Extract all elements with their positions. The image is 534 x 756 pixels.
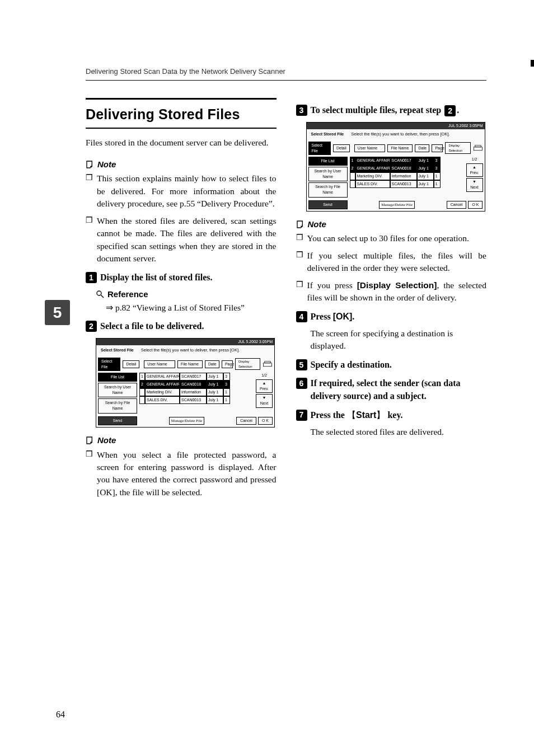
ss-send-button[interactable]: Send — [308, 200, 348, 209]
note-heading: Note — [296, 218, 487, 231]
note-item: You can select up to 30 files for one op… — [296, 232, 487, 245]
ss-display-selection[interactable]: Display Selection — [235, 358, 260, 370]
scanner-icon — [263, 359, 273, 369]
section-title: Delivering Stored Files — [86, 98, 277, 129]
ss-prev-button[interactable]: ▲ Prev. — [256, 379, 273, 393]
ss-header-file: File Name — [387, 144, 413, 152]
ui-label-ok: [OK] — [333, 312, 353, 321]
note-label: Note — [97, 158, 116, 171]
ss-manage-button[interactable]: Manage/Delete File — [379, 201, 414, 209]
ss-ok-button[interactable]: O K — [258, 417, 273, 425]
step-text: Press [OK]. — [311, 310, 487, 323]
ss-next-button[interactable]: ▼ Next — [466, 178, 483, 191]
scanner-icon — [473, 143, 483, 153]
ss-page-count: 1/2 — [261, 373, 267, 378]
ss-search-user-button[interactable]: Search by User Name — [98, 383, 137, 397]
step-6: 6 If required, select the sender (scan d… — [296, 377, 487, 402]
left-column: Delivering Stored Files Files stored in … — [86, 98, 277, 504]
ss-header-user: User Name — [144, 360, 175, 368]
ss-tab-select[interactable]: Select File — [98, 358, 120, 371]
step-text: To select multiple files, repeat step 2. — [311, 104, 487, 116]
step-7: 7 Press the Start key. — [296, 408, 487, 421]
ss-cancel-button[interactable]: Cancel — [236, 417, 256, 425]
ss-row[interactable]: Marketing DIV. Information July 1 1 — [350, 172, 464, 180]
step-number: 6 — [296, 378, 307, 389]
ss-tab-detail[interactable]: Detail — [123, 360, 139, 368]
ss-row[interactable]: 1 GENERAL AFFAIRS SCAN0017 July 1 3 — [139, 373, 254, 381]
ss-prev-button[interactable]: ▲ Prev. — [466, 163, 483, 177]
ss-search-user-button[interactable]: Search by User Name — [308, 167, 348, 181]
ss-cancel-button[interactable]: Cancel — [447, 201, 467, 209]
ss-row-selected[interactable]: 2 GENERAL AFFAIRS SCAN0018 July 1 3 — [350, 165, 464, 172]
running-head: Delivering Stored Scan Data by the Netwo… — [86, 67, 285, 76]
step-3: 3 To select multiple files, repeat step … — [296, 104, 487, 116]
svg-rect-3 — [474, 147, 482, 151]
ss-title: Select Stored File — [308, 131, 347, 138]
ss-header-date: Date — [415, 144, 429, 152]
step-7-body: The selected stored files are delivered. — [311, 426, 487, 438]
ss-file-list-button[interactable]: File List — [308, 157, 348, 166]
ss-header-user: User Name — [354, 144, 386, 152]
ss-header-page: Page — [432, 144, 443, 152]
ss-row-selected[interactable]: 1 GENERAL AFFAIRS SCAN0017 July 1 3 — [350, 157, 464, 165]
note-icon — [86, 160, 95, 169]
step-1: 1 Display the list of stored files. — [86, 271, 277, 284]
ss-page-count: 1/2 — [472, 157, 477, 162]
ss-search-file-button[interactable]: Search by File Name — [98, 398, 137, 413]
ss-next-button[interactable]: ▼ Next — [256, 394, 273, 407]
reference-heading: Reference — [96, 288, 277, 300]
ss-ok-button[interactable]: O K — [468, 201, 483, 209]
note-item: This section explains mainly how to sele… — [86, 172, 277, 210]
svg-rect-4 — [475, 145, 481, 147]
ss-row-selected[interactable]: 2 GENERAL AFFAIRS SCAN0018 July 1 3 — [139, 381, 254, 388]
step-text: Display the list of stored files. — [100, 271, 277, 284]
intro-text: Files stored in the document server can … — [86, 137, 277, 149]
step-text: Specify a destination. — [311, 358, 487, 371]
svg-rect-1 — [264, 363, 272, 367]
hardware-key-start: Start — [347, 410, 385, 420]
note-item: If you select multiple files, the files … — [296, 250, 487, 275]
ui-screenshot-step3: JUL 5.2002 3:05PM Select Stored File Sel… — [306, 122, 485, 211]
note-item: When you select a file protected passwor… — [86, 449, 277, 499]
ss-row[interactable]: SALES DIV. SCAN0013 July 1 1 — [139, 396, 254, 404]
ss-file-list-button[interactable]: File List — [98, 373, 137, 382]
page-number: 64 — [56, 710, 65, 720]
ss-title: Select Stored File — [98, 347, 137, 354]
ss-instruction: Select the file(s) you want to deliver, … — [141, 348, 240, 354]
ss-search-file-button[interactable]: Search by File Name — [308, 182, 348, 197]
note-item: If you press [Display Selection], the se… — [296, 279, 487, 304]
step-4: 4 Press [OK]. — [296, 310, 487, 323]
ss-row[interactable]: Marketing DIV. Information July 1 1 — [139, 388, 254, 396]
ui-screenshot-step2: JUL 5.2002 3:05PM Select Stored File Sel… — [96, 338, 275, 427]
crop-mark — [531, 60, 534, 67]
ss-header-file: File Name — [177, 360, 203, 368]
note-icon — [296, 220, 305, 229]
step-number: 7 — [296, 410, 307, 421]
step-text: Select a file to be delivered. — [100, 320, 277, 332]
step-number: 1 — [86, 272, 97, 283]
step-number: 5 — [296, 359, 307, 370]
note-label: Note — [97, 434, 116, 447]
running-head-rule — [86, 80, 486, 81]
reference-body: p.82 “Viewing a List of Stored Files” — [115, 303, 245, 312]
ss-display-selection[interactable]: Display Selection — [445, 142, 470, 154]
note-list-step2: When you select a file protected passwor… — [86, 449, 277, 499]
note-heading: Note — [86, 158, 277, 171]
ss-row[interactable]: SALES DIV. SCAN0013 July 1 1 — [350, 180, 464, 188]
step-text: Press the Start key. — [311, 408, 487, 421]
ss-send-button[interactable]: Send — [98, 416, 137, 425]
ss-manage-button[interactable]: Manage/Delete File — [169, 417, 204, 425]
note-heading: Note — [86, 434, 277, 447]
ss-date: JUL 5.2002 3:05PM — [238, 339, 273, 345]
step-ref-number: 2 — [444, 105, 456, 116]
chapter-tab: 5 — [45, 300, 70, 325]
note-icon — [86, 436, 95, 445]
ss-tab-select[interactable]: Select File — [308, 142, 331, 155]
reference-text: ⇒ p.82 “Viewing a List of Stored Files” — [106, 302, 277, 314]
ss-tab-detail[interactable]: Detail — [333, 144, 350, 152]
note-item: When the stored files are delivered, sca… — [86, 215, 277, 265]
step-text: If required, select the sender (scan dat… — [311, 377, 487, 402]
right-column: 3 To select multiple files, repeat step … — [296, 98, 487, 504]
step-number: 4 — [296, 311, 307, 322]
note-label: Note — [308, 218, 326, 231]
